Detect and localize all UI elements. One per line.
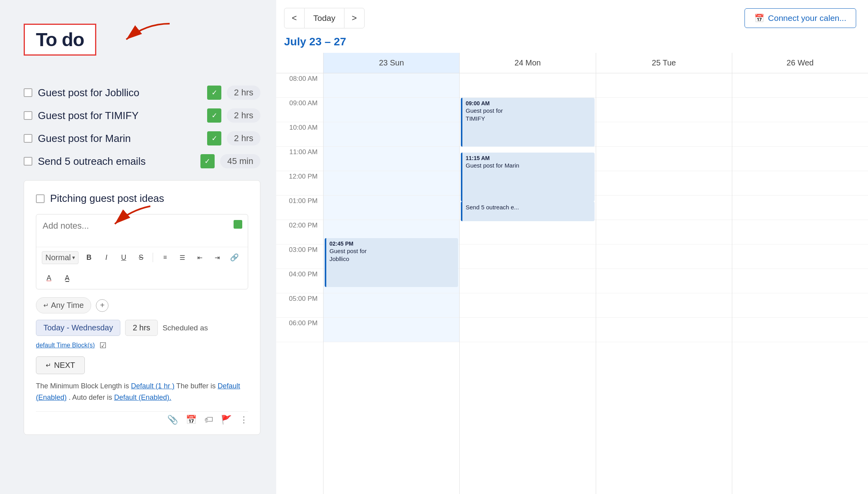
task-label-timify: Guest post for TIMIFY: [38, 110, 202, 122]
event-outreach-label: Send 5 outreach e...: [466, 203, 591, 211]
pitching-checkbox[interactable]: [36, 194, 45, 203]
indent-decrease-button[interactable]: ⇤: [193, 250, 207, 265]
day-cell-mon-800[interactable]: [460, 73, 595, 98]
next-week-button[interactable]: >: [344, 8, 365, 28]
ordered-list-button[interactable]: ≡: [158, 250, 172, 265]
task-duration-timify: 2 hrs: [227, 108, 260, 123]
day-cell-sun-800[interactable]: [324, 73, 459, 98]
todo-box: To do: [24, 24, 96, 56]
info-text-3: . Auto defer is: [69, 393, 114, 401]
day-cell-tue-1200[interactable]: [596, 171, 732, 196]
bold-button[interactable]: B: [82, 250, 96, 265]
day-cell-wed-1500[interactable]: [732, 244, 868, 269]
day-cell-wed-900[interactable]: [732, 98, 868, 122]
day-cell-wed-1800[interactable]: [732, 318, 868, 342]
day-cell-sun-900[interactable]: [324, 98, 459, 122]
calendar-icon[interactable]: 📅: [186, 415, 196, 425]
toolbar-row2: A A̲: [36, 268, 248, 289]
task-checkbox-timify[interactable]: [24, 111, 32, 120]
task-calendar-icon-timify[interactable]: ✓: [207, 108, 221, 123]
italic-button[interactable]: I: [99, 250, 113, 265]
task-calendar-icon-marin[interactable]: ✓: [207, 131, 221, 145]
task-label-jobllico: Guest post for Jobllico: [38, 87, 202, 99]
calendar-check-icon[interactable]: ☑: [99, 341, 107, 350]
underline-button[interactable]: U: [116, 250, 131, 265]
day-cell-tue-1500[interactable]: [596, 244, 732, 269]
day-cell-tue-1300[interactable]: [596, 196, 732, 220]
day-cell-mon-1800[interactable]: [460, 318, 595, 342]
today-button[interactable]: Today: [305, 8, 344, 28]
day-cell-mon-1400[interactable]: [460, 220, 595, 244]
duration-badge: 2 hrs: [125, 320, 157, 336]
day-cell-sun-1800[interactable]: [324, 318, 459, 342]
next-label: NEXT: [54, 361, 75, 370]
day-cell-tue-900[interactable]: [596, 98, 732, 122]
add-schedule-button[interactable]: +: [96, 299, 108, 312]
day-cell-wed-1700[interactable]: [732, 293, 868, 318]
task-calendar-icon-jobllico[interactable]: ✓: [207, 86, 221, 100]
week-range: July 23 – 27: [276, 32, 868, 53]
schedule-row-2: Today - Wednesday 2 hrs Scheduled as def…: [36, 320, 248, 350]
event-jobllico[interactable]: 02:45 PM Guest post for Jobllico: [325, 238, 458, 287]
time-slot-1300: 01:00 PM: [276, 196, 323, 220]
task-checkbox-outreach[interactable]: [24, 157, 32, 166]
chevron-down-icon: ▾: [72, 254, 75, 261]
day-header-mon: 24 Mon: [460, 53, 595, 73]
task-checkbox-marin[interactable]: [24, 134, 32, 143]
day-cell-tue-800[interactable]: [596, 73, 732, 98]
event-outreach[interactable]: Send 5 outreach e...: [461, 201, 594, 221]
font-color-button[interactable]: A: [42, 271, 56, 285]
day-cell-mon-1700[interactable]: [460, 293, 595, 318]
day-cell-wed-1000[interactable]: [732, 122, 868, 147]
day-cell-wed-1300[interactable]: [732, 196, 868, 220]
next-button[interactable]: ↵ NEXT: [36, 356, 85, 374]
task-duration-jobllico: 2 hrs: [227, 86, 260, 100]
day-cell-wed-1200[interactable]: [732, 171, 868, 196]
day-cell-tue-1400[interactable]: [596, 220, 732, 244]
event-marin[interactable]: 11:15 AM Guest post for Marin: [461, 153, 594, 201]
unordered-list-button[interactable]: ☰: [175, 250, 189, 265]
day-cell-wed-1400[interactable]: [732, 220, 868, 244]
task-checkbox-jobllico[interactable]: [24, 88, 32, 97]
day-cell-sun-1100[interactable]: [324, 147, 459, 171]
event-jobllico-label: Guest post for: [329, 247, 455, 255]
tag-icon[interactable]: 🏷: [204, 415, 213, 425]
task-calendar-icon-outreach[interactable]: ✓: [200, 154, 215, 168]
prev-week-button[interactable]: <: [284, 8, 305, 28]
day-cell-sun-1300[interactable]: [324, 196, 459, 220]
day-cell-sun-1200[interactable]: [324, 171, 459, 196]
day-cell-tue-1000[interactable]: [596, 122, 732, 147]
day-cell-tue-1800[interactable]: [596, 318, 732, 342]
highlight-button[interactable]: A̲: [60, 271, 74, 285]
link-button[interactable]: 🔗: [227, 250, 241, 265]
default-time-blocks-link[interactable]: default Time Block(s): [36, 342, 95, 349]
more-icon[interactable]: ⋮: [239, 415, 248, 425]
task-list: Guest post for Jobllico ✓ 2 hrs Guest po…: [24, 86, 260, 168]
strikethrough-button[interactable]: S: [134, 250, 148, 265]
style-select[interactable]: Normal ▾: [42, 251, 79, 264]
connect-calendar-button[interactable]: 📅 Connect your calen...: [745, 8, 856, 28]
any-time-badge[interactable]: ↵ Any Time: [36, 297, 91, 313]
day-cell-mon-1500[interactable]: [460, 244, 595, 269]
right-panel: < Today > 📅 Connect your calen... July 2…: [276, 0, 868, 494]
day-cell-mon-1600[interactable]: [460, 269, 595, 293]
flag-icon[interactable]: 🚩: [221, 415, 232, 425]
day-cell-sun-1000[interactable]: [324, 122, 459, 147]
date-range-badge[interactable]: Today - Wednesday: [36, 320, 120, 336]
default-1hr-link[interactable]: Default (1 hr ): [131, 382, 174, 390]
time-column: 08:00 AM 09:00 AM 10:00 AM 11:00 AM 12:0…: [276, 53, 324, 494]
connect-calendar-label: Connect your calen...: [768, 13, 846, 23]
default-enabled2-link[interactable]: Default (Enabled).: [114, 393, 171, 401]
day-cell-sun-1700[interactable]: [324, 293, 459, 318]
day-cell-wed-1100[interactable]: [732, 147, 868, 171]
day-cell-tue-1700[interactable]: [596, 293, 732, 318]
day-cell-wed-800[interactable]: [732, 73, 868, 98]
day-cell-wed-1600[interactable]: [732, 269, 868, 293]
attachment-icon[interactable]: 📎: [167, 415, 178, 425]
event-timify[interactable]: 09:00 AM Guest post for TIMIFY: [461, 98, 594, 147]
indent-increase-button[interactable]: ⇥: [210, 250, 224, 265]
day-cell-tue-1600[interactable]: [596, 269, 732, 293]
task-duration-marin: 2 hrs: [227, 131, 260, 145]
pitching-section: Pitching guest post ideas Normal ▾ B I U…: [24, 180, 260, 435]
day-cell-tue-1100[interactable]: [596, 147, 732, 171]
